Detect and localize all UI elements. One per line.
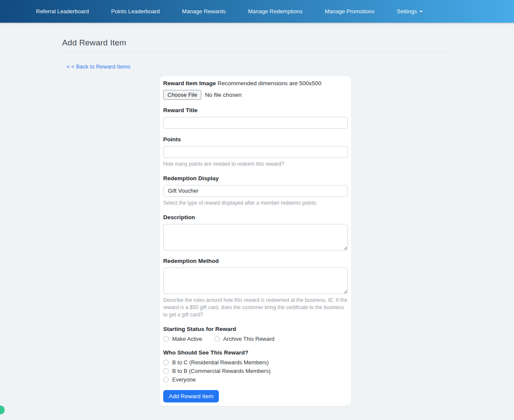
- file-input: Choose File No file chosen: [163, 90, 348, 100]
- radio-circle-icon[interactable]: [163, 368, 169, 374]
- radio-archive-this-reward[interactable]: Archive This Reward: [214, 336, 275, 342]
- back-to-reward-items-link[interactable]: < < Back to Reward Items: [66, 63, 131, 70]
- redemption-method-help-text: Describe the rules around how this rewar…: [163, 297, 348, 319]
- field-redemption-method: Redemption Method Describe the rules aro…: [163, 258, 348, 319]
- add-reward-item-button[interactable]: Add Reward Item: [163, 390, 219, 402]
- field-audience: Who Should See This Reward? B to C (Resi…: [163, 349, 348, 383]
- field-description: Description: [163, 214, 348, 250]
- title-divider: [62, 52, 449, 53]
- radio-b-to-b[interactable]: B to B (Commercial Rewards Members): [163, 368, 348, 374]
- field-reward-title: Reward Title: [163, 107, 348, 129]
- radio-b-to-c[interactable]: B to C (Residential Rewards Members): [163, 359, 348, 366]
- nav-settings-label: Settings: [397, 8, 417, 15]
- nav-settings-dropdown[interactable]: Settings: [389, 5, 431, 18]
- reward-item-image-hint: Recommended dimensions are 500x500: [218, 80, 321, 86]
- radio-circle-icon[interactable]: [163, 360, 169, 365]
- points-input[interactable]: [163, 146, 348, 158]
- redemption-method-textarea[interactable]: [163, 268, 348, 294]
- radio-everyone[interactable]: Everyone: [163, 376, 348, 383]
- add-reward-form-card: Reward Item Image Recommended dimensions…: [160, 76, 351, 406]
- radio-archive-this-reward-label: Archive This Reward: [223, 336, 275, 342]
- field-redemption-display: Redemption Display Gift Voucher Select t…: [163, 175, 348, 207]
- nav-points-leaderboard[interactable]: Points Leaderboard: [104, 5, 167, 18]
- radio-circle-icon[interactable]: [163, 377, 169, 382]
- page-container: Add Reward Item < < Back to Reward Items…: [62, 38, 449, 406]
- nav-manage-promotions[interactable]: Manage Promotions: [317, 5, 382, 18]
- description-label: Description: [163, 214, 348, 220]
- nav-manage-redemptions[interactable]: Manage Redemptions: [240, 5, 310, 18]
- radio-b-to-c-label: B to C (Residential Rewards Members): [172, 359, 269, 366]
- field-reward-item-image: Reward Item Image Recommended dimensions…: [163, 80, 348, 100]
- points-label: Points: [163, 136, 348, 143]
- redemption-display-select[interactable]: Gift Voucher: [163, 185, 348, 197]
- reward-title-input[interactable]: [163, 117, 348, 129]
- reward-item-image-label: Reward Item Image Recommended dimensions…: [163, 80, 348, 86]
- page-title: Add Reward Item: [62, 38, 449, 48]
- reward-item-image-label-text: Reward Item Image: [163, 80, 216, 86]
- nav-manage-rewards[interactable]: Manage Rewards: [174, 5, 233, 18]
- starting-status-label: Starting Status for Reward: [163, 326, 348, 332]
- points-help-text: How many points are needed to redeem thi…: [163, 161, 348, 168]
- field-points: Points How many points are needed to red…: [163, 136, 348, 168]
- radio-make-active-label: Make Active: [172, 336, 202, 342]
- chevron-down-icon: [419, 11, 423, 12]
- radio-circle-icon[interactable]: [163, 336, 169, 342]
- starting-status-options: Make Active Archive This Reward: [163, 336, 348, 342]
- file-chosen-status: No file chosen: [205, 92, 242, 98]
- redemption-display-label: Redemption Display: [163, 175, 348, 182]
- top-navbar: Referral Leaderboard Points Leaderboard …: [0, 0, 514, 23]
- nav-referral-leaderboard[interactable]: Referral Leaderboard: [28, 5, 97, 18]
- redemption-display-help-text: Select the type of reward displayed afte…: [163, 200, 348, 207]
- chat-widget-bubble[interactable]: [0, 405, 5, 414]
- radio-circle-icon[interactable]: [214, 336, 220, 342]
- redemption-method-label: Redemption Method: [163, 258, 348, 264]
- reward-title-label: Reward Title: [163, 107, 348, 113]
- field-starting-status: Starting Status for Reward Make Active A…: [163, 326, 348, 342]
- radio-b-to-b-label: B to B (Commercial Rewards Members): [172, 368, 271, 374]
- radio-make-active[interactable]: Make Active: [163, 336, 202, 342]
- audience-label: Who Should See This Reward?: [163, 349, 348, 356]
- choose-file-button[interactable]: Choose File: [163, 90, 201, 100]
- description-textarea[interactable]: [163, 224, 348, 250]
- audience-options: B to C (Residential Rewards Members) B t…: [163, 359, 348, 383]
- radio-everyone-label: Everyone: [172, 376, 196, 383]
